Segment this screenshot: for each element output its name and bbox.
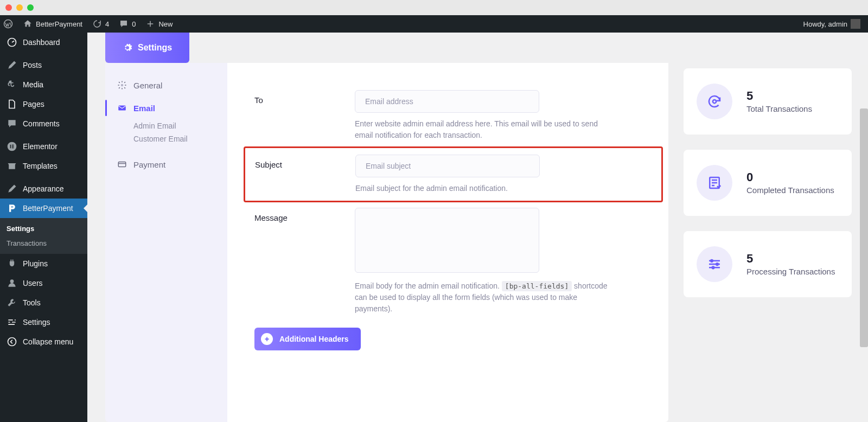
svg-point-10: [711, 260, 713, 262]
menu-media[interactable]: Media: [0, 75, 87, 94]
menu-betterpayment[interactable]: BetterPayment: [0, 199, 87, 218]
stat-completed-transactions: 0 Completed Transactions: [684, 150, 852, 216]
menu-dashboard-label: Dashboard: [23, 38, 60, 47]
menu-pages-label: Pages: [23, 100, 44, 108]
greeting: Howdy, admin: [803, 20, 847, 28]
submenu-settings[interactable]: Settings: [0, 221, 87, 236]
wp-logo[interactable]: [3, 19, 13, 29]
stat-total-value: 5: [746, 89, 812, 103]
menu-dashboard[interactable]: Dashboard: [0, 33, 87, 52]
menu-collapse[interactable]: Collapse menu: [0, 332, 87, 351]
scrollbar-thumb[interactable]: [860, 108, 868, 347]
svg-rect-7: [118, 162, 126, 167]
new-content-link[interactable]: New: [145, 19, 173, 29]
message-label: Message: [254, 208, 344, 315]
menu-posts[interactable]: Posts: [0, 55, 87, 75]
menu-posts-label: Posts: [23, 61, 42, 69]
main-content: Settings General Email Admin Email Custo…: [87, 33, 868, 422]
gear-icon: [123, 43, 132, 53]
stat-completed-label: Completed Transactions: [746, 184, 834, 196]
message-textarea[interactable]: [355, 208, 539, 273]
wp-admin-sidebar: Dashboard Posts Media Pages Comments Ele…: [0, 33, 87, 422]
updates-link[interactable]: 4: [92, 19, 109, 29]
shortcode-code: [bp-all-fields]: [502, 281, 572, 291]
account-link[interactable]: Howdy, admin: [803, 19, 860, 29]
menu-tools[interactable]: Tools: [0, 293, 87, 312]
updates-count: 4: [105, 20, 109, 28]
site-name: BetterPayment: [36, 20, 82, 28]
svg-point-5: [121, 84, 124, 87]
menu-pages[interactable]: Pages: [0, 94, 87, 114]
menu-appearance[interactable]: Appearance: [0, 179, 87, 199]
to-label: To: [254, 90, 344, 141]
sliders-icon: [697, 246, 732, 282]
menu-tools-label: Tools: [23, 298, 41, 307]
svg-rect-6: [118, 106, 126, 111]
maximize-window-dot[interactable]: [27, 4, 34, 11]
svg-point-11: [716, 263, 718, 265]
macos-titlebar: [0, 0, 868, 15]
nav-payment[interactable]: Payment: [105, 153, 227, 176]
new-label: New: [158, 20, 173, 28]
settings-tab-label: Settings: [138, 43, 172, 53]
settings-tab[interactable]: Settings: [105, 33, 189, 63]
message-help-pre: Email body for the admin email notificat…: [355, 282, 502, 290]
menu-plugins-label: Plugins: [23, 259, 48, 268]
field-message: Message Email body for the admin email n…: [254, 208, 652, 315]
menu-users-label: Users: [23, 279, 43, 287]
close-window-dot[interactable]: [5, 4, 12, 11]
wp-admin-bar: BetterPayment 4 0 New Howdy, admin: [0, 15, 868, 33]
svg-point-4: [8, 338, 16, 346]
message-help: Email body for the admin email notificat…: [355, 280, 615, 315]
stat-processing-label: Processing Transactions: [746, 266, 835, 277]
nav-admin-email[interactable]: Admin Email: [105, 119, 227, 132]
subject-highlight: Subject Email subject for the admin emai…: [244, 146, 663, 202]
menu-users[interactable]: Users: [0, 273, 87, 293]
site-link[interactable]: BetterPayment: [23, 19, 82, 29]
stat-completed-value: 0: [746, 170, 834, 184]
menu-plugins[interactable]: Plugins: [0, 254, 87, 273]
scrollbar-track[interactable]: [860, 65, 868, 422]
nav-email[interactable]: Email: [105, 97, 227, 119]
nav-customer-email[interactable]: Customer Email: [105, 132, 227, 145]
svg-point-12: [712, 266, 714, 268]
to-input[interactable]: [355, 90, 539, 113]
menu-comments-label: Comments: [23, 119, 60, 128]
email-settings-form: To Enter website admin email address her…: [227, 63, 668, 422]
stat-total-transactions: 5 Total Transactions: [684, 68, 852, 135]
stat-processing-transactions: 5 Processing Transactions: [684, 231, 852, 297]
menu-elementor[interactable]: Elementor: [0, 137, 87, 156]
menu-collapse-label: Collapse menu: [23, 337, 73, 346]
minimize-window-dot[interactable]: [16, 4, 23, 11]
avatar: [851, 19, 860, 29]
bp-settings-nav: General Email Admin Email Customer Email…: [105, 63, 227, 422]
submenu-betterpayment: Settings Transactions: [0, 218, 87, 254]
menu-elementor-label: Elementor: [23, 142, 58, 151]
nav-general-label: General: [133, 81, 162, 90]
subject-input[interactable]: [355, 155, 540, 177]
additional-headers-button[interactable]: + Additional Headers: [254, 328, 361, 350]
svg-point-8: [713, 100, 716, 103]
plus-icon: +: [261, 333, 273, 345]
menu-media-label: Media: [23, 80, 43, 89]
to-help: Enter website admin email address here. …: [355, 118, 615, 141]
stats-column: 5 Total Transactions 0 Completed Transac…: [684, 63, 852, 422]
menu-settings[interactable]: Settings: [0, 312, 87, 332]
menu-templates-label: Templates: [23, 162, 58, 170]
field-subject: Subject Email subject for the admin emai…: [255, 155, 652, 194]
subject-label: Subject: [255, 155, 344, 194]
submenu-transactions[interactable]: Transactions: [0, 236, 87, 251]
document-check-icon: [697, 165, 732, 201]
subject-help: Email subject for the admin email notifi…: [355, 183, 616, 194]
nav-general[interactable]: General: [105, 74, 227, 97]
menu-appearance-label: Appearance: [23, 184, 64, 193]
nav-payment-label: Payment: [133, 160, 165, 169]
stat-processing-value: 5: [746, 252, 835, 266]
nav-email-label: Email: [133, 104, 155, 113]
menu-templates[interactable]: Templates: [0, 156, 87, 176]
comments-link[interactable]: 0: [119, 19, 136, 29]
svg-point-3: [10, 279, 14, 283]
menu-comments[interactable]: Comments: [0, 114, 87, 133]
additional-headers-label: Additional Headers: [279, 335, 349, 343]
menu-betterpayment-label: BetterPayment: [23, 204, 73, 213]
